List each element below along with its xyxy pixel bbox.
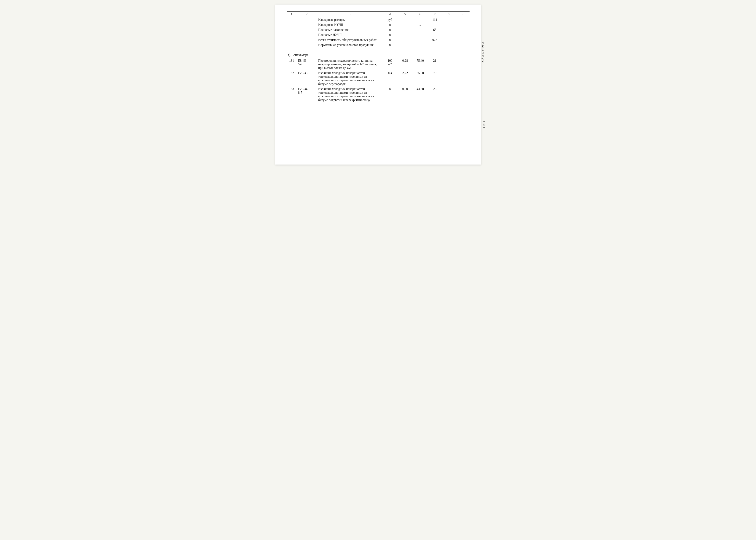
row-col1 <box>287 33 297 38</box>
row-col8: – <box>442 43 456 48</box>
header-col2: 2 <box>297 12 317 17</box>
row-col3: Накладные расходы <box>317 17 382 23</box>
side-label-bottom: 1 37 1 <box>482 121 486 128</box>
row-col5: 0,60 <box>397 86 413 103</box>
row-col6: – <box>413 43 428 48</box>
row-col6: – <box>413 27 428 33</box>
row-col4: n <box>382 33 397 38</box>
row-col9: – <box>456 33 470 38</box>
row-col5: – <box>397 22 413 27</box>
row-col9: – <box>456 38 470 43</box>
row-col2 <box>297 22 317 27</box>
row-col1 <box>287 43 297 48</box>
header-col6: 6 <box>413 12 428 17</box>
row-col2: Е8-455-9 <box>297 58 317 70</box>
row-col3: Нормативная условно-чистая продукция <box>317 43 382 48</box>
row-col4: n <box>382 22 397 27</box>
row-col5: 2,22 <box>397 70 413 86</box>
row-col9: – <box>456 22 470 27</box>
row-col4: n <box>382 86 397 103</box>
row-col6: – <box>413 38 428 43</box>
row-col4: руб <box>382 17 397 23</box>
row-col3: Изоляция холодных поверхностей теплоизол… <box>317 70 382 86</box>
row-col6: 75,40 <box>413 58 428 70</box>
row-col5: – <box>397 33 413 38</box>
row-col1 <box>287 22 297 27</box>
row-col1: 183 <box>287 86 297 103</box>
header-col7: 7 <box>428 12 442 17</box>
row-col6: 43,80 <box>413 86 428 103</box>
row-col4: n <box>382 38 397 43</box>
row-col4: 100м2 <box>382 58 397 70</box>
table-row: Накладные НУЧП n – .. – – – <box>287 22 470 27</box>
row-col2 <box>297 43 317 48</box>
row-col4: n <box>382 27 397 33</box>
row-col4: n <box>382 43 397 48</box>
row-col7: – <box>428 22 442 27</box>
table-row: г) Венткамера <box>287 49 470 58</box>
row-col7: 26 <box>428 86 442 103</box>
row-col2: Е26-35 <box>297 70 317 86</box>
row-col2 <box>297 38 317 43</box>
header-col8: 8 <box>442 12 456 17</box>
main-table: 1 2 3 4 5 6 7 8 9 Накладные расходы руб … <box>287 11 470 103</box>
row-col6: 35,50 <box>413 70 428 86</box>
row-col3: Плановые накопления <box>317 27 382 33</box>
row-col7: 978 <box>428 38 442 43</box>
row-col1 <box>287 38 297 43</box>
table-row: Накладные расходы руб – – 114 – – <box>287 17 470 23</box>
row-col8: – <box>442 33 456 38</box>
table-row: Всего стоимость общестроительных работ n… <box>287 38 470 43</box>
row-col3: Изоляция холодных поверхностей теплоизол… <box>317 86 382 103</box>
row-col1 <box>287 17 297 23</box>
header-col3: 3 <box>317 12 382 17</box>
table-row: Плановые накопления n – – 65 – – <box>287 27 470 33</box>
row-col7: – <box>428 43 442 48</box>
row-col2 <box>297 33 317 38</box>
row-col5: – <box>397 43 413 48</box>
row-col1 <box>287 27 297 33</box>
row-col8: – <box>442 22 456 27</box>
row-col7: – <box>428 33 442 38</box>
row-col9: – <box>456 27 470 33</box>
row-col2 <box>297 27 317 33</box>
row-col6: .. <box>413 22 428 27</box>
row-col2 <box>297 17 317 23</box>
row-col7: 65 <box>428 27 442 33</box>
row-col9: – <box>456 86 470 103</box>
row-col9: – <box>456 17 470 23</box>
row-col7: 114 <box>428 17 442 23</box>
row-col1: 182 <box>287 70 297 86</box>
page-container: 224-1-АП.83 (IX) 1 37 1 1 2 3 4 5 6 7 <box>275 5 481 165</box>
row-col3: Плановые НУЧП <box>317 33 382 38</box>
row-col3: Всего стоимость общестроительных работ <box>317 38 382 43</box>
table-row: 181 Е8-455-9 Перегородки из керамическог… <box>287 58 470 70</box>
row-col8: – <box>442 38 456 43</box>
header-col4: 4 <box>382 12 397 17</box>
row-col9: – <box>456 58 470 70</box>
table-header-row: 1 2 3 4 5 6 7 8 9 <box>287 12 470 17</box>
section-header-cell: г) Венткамера <box>287 49 470 58</box>
table-row: 183 Е26-348-7 Изоляция холодных поверхно… <box>287 86 470 103</box>
side-label-top: 224-1-АП.83 (IX) <box>481 42 484 64</box>
row-col9: – <box>456 70 470 86</box>
row-col8: – <box>442 27 456 33</box>
row-col3: Накладные НУЧП <box>317 22 382 27</box>
row-col8: – <box>442 17 456 23</box>
header-col1: 1 <box>287 12 297 17</box>
row-col1: 181 <box>287 58 297 70</box>
row-col5: 0,28 <box>397 58 413 70</box>
row-col8: – <box>442 86 456 103</box>
row-col7: 21 <box>428 58 442 70</box>
row-col6: – <box>413 33 428 38</box>
row-col7: 79 <box>428 70 442 86</box>
row-col8: – <box>442 58 456 70</box>
row-col8: – <box>442 70 456 86</box>
table-row: Нормативная условно-чистая продукция n –… <box>287 43 470 48</box>
row-col5: – <box>397 27 413 33</box>
table-row: Плановые НУЧП n – – – – – <box>287 33 470 38</box>
header-col5: 5 <box>397 12 413 17</box>
header-col9: 9 <box>456 12 470 17</box>
row-col4: м3 <box>382 70 397 86</box>
row-col3: Перегородки из керамического кирпича, не… <box>317 58 382 70</box>
